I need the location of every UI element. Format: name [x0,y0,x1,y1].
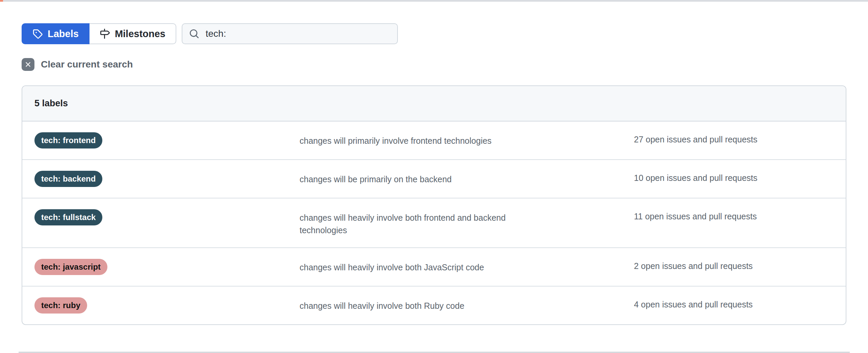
search-icon [189,29,199,39]
label-count-cell: 27 open issues and pull requests [634,132,846,144]
clear-current-search-link[interactable]: Clear current search [22,58,133,71]
label-description: changes will heavily involve both Ruby c… [300,297,634,312]
table-row: tech: frontend changes will primarily in… [22,121,846,159]
label-count-cell: 11 open issues and pull requests [634,209,846,221]
labels-milestones-toggle: Labels Milestones [22,23,176,44]
label-badge[interactable]: tech: ruby [34,297,87,314]
label-cell: tech: javascript [22,259,300,275]
footer-divider [19,352,850,353]
labels-count-header: 5 labels [22,86,846,121]
table-row: tech: ruby changes will heavily involve … [22,286,846,324]
tab-milestones-text: Milestones [115,28,165,39]
label-count-link[interactable]: 27 open issues and pull requests [634,135,758,144]
label-description: changes will primarily involve frontend … [300,132,634,147]
label-count-link[interactable]: 11 open issues and pull requests [634,212,757,221]
table-row: tech: javascript changes will heavily in… [22,247,846,286]
search-input[interactable] [205,28,390,39]
milestone-icon [100,29,110,39]
label-cell: tech: backend [22,171,300,187]
label-description: changes will heavily involve both JavaSc… [300,259,634,274]
labels-page: Labels Milestones [0,0,868,353]
labels-table-body: tech: frontend changes will primarily in… [22,121,846,324]
label-count-link[interactable]: 10 open issues and pull requests [634,173,758,183]
tab-milestones[interactable]: Milestones [90,23,176,44]
top-loading-bar-progress [0,0,3,2]
label-search-box [182,23,398,44]
label-badge[interactable]: tech: fullstack [34,209,102,225]
label-cell: tech: frontend [22,132,300,148]
top-loading-bar [0,0,868,2]
tab-labels-text: Labels [48,28,79,39]
label-description: changes will be primarily on the backend [300,171,634,186]
label-count-link[interactable]: 4 open issues and pull requests [634,300,753,309]
filter-controls: Labels Milestones [22,23,398,44]
label-cell: tech: ruby [22,297,300,314]
label-badge[interactable]: tech: frontend [34,132,102,148]
clear-current-search-label: Clear current search [41,59,133,70]
label-cell: tech: fullstack [22,209,300,225]
labels-card: 5 labels tech: frontend changes will pri… [22,85,846,325]
table-row: tech: backend changes will be primarily … [22,159,846,198]
label-badge[interactable]: tech: javascript [34,259,107,275]
label-count-cell: 10 open issues and pull requests [634,171,846,183]
x-icon [22,58,34,71]
label-count-cell: 4 open issues and pull requests [634,297,846,309]
tag-icon [32,29,43,39]
tab-labels[interactable]: Labels [22,23,90,44]
label-count-cell: 2 open issues and pull requests [634,259,846,271]
table-row: tech: fullstack changes will heavily inv… [22,198,846,247]
label-count-link[interactable]: 2 open issues and pull requests [634,261,753,271]
label-badge[interactable]: tech: backend [34,171,102,187]
label-description: changes will heavily involve both fronte… [300,209,634,237]
